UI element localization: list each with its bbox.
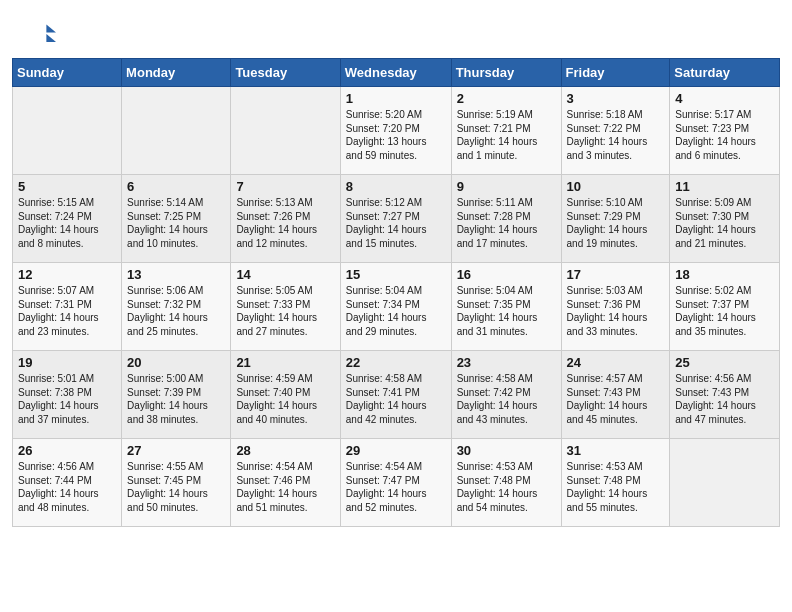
cell-details: Sunrise: 5:06 AMSunset: 7:32 PMDaylight:… xyxy=(127,285,208,337)
day-number: 27 xyxy=(127,443,225,458)
cell-details: Sunrise: 5:17 AMSunset: 7:23 PMDaylight:… xyxy=(675,109,756,161)
calendar-cell: 24 Sunrise: 4:57 AMSunset: 7:43 PMDaylig… xyxy=(561,351,670,439)
cell-details: Sunrise: 5:09 AMSunset: 7:30 PMDaylight:… xyxy=(675,197,756,249)
day-number: 16 xyxy=(457,267,556,282)
cell-details: Sunrise: 5:02 AMSunset: 7:37 PMDaylight:… xyxy=(675,285,756,337)
cell-details: Sunrise: 5:03 AMSunset: 7:36 PMDaylight:… xyxy=(567,285,648,337)
day-number: 20 xyxy=(127,355,225,370)
day-number: 5 xyxy=(18,179,116,194)
calendar-cell: 18 Sunrise: 5:02 AMSunset: 7:37 PMDaylig… xyxy=(670,263,780,351)
logo xyxy=(24,18,60,50)
cell-details: Sunrise: 5:12 AMSunset: 7:27 PMDaylight:… xyxy=(346,197,427,249)
weekday-header-tuesday: Tuesday xyxy=(231,59,340,87)
cell-details: Sunrise: 5:04 AMSunset: 7:34 PMDaylight:… xyxy=(346,285,427,337)
cell-details: Sunrise: 4:57 AMSunset: 7:43 PMDaylight:… xyxy=(567,373,648,425)
day-number: 17 xyxy=(567,267,665,282)
calendar-container: SundayMondayTuesdayWednesdayThursdayFrid… xyxy=(0,58,792,539)
cell-details: Sunrise: 5:00 AMSunset: 7:39 PMDaylight:… xyxy=(127,373,208,425)
day-number: 6 xyxy=(127,179,225,194)
weekday-row: SundayMondayTuesdayWednesdayThursdayFrid… xyxy=(13,59,780,87)
cell-details: Sunrise: 5:10 AMSunset: 7:29 PMDaylight:… xyxy=(567,197,648,249)
calendar-cell: 4 Sunrise: 5:17 AMSunset: 7:23 PMDayligh… xyxy=(670,87,780,175)
cell-details: Sunrise: 5:05 AMSunset: 7:33 PMDaylight:… xyxy=(236,285,317,337)
calendar-cell: 6 Sunrise: 5:14 AMSunset: 7:25 PMDayligh… xyxy=(122,175,231,263)
calendar-week-1: 1 Sunrise: 5:20 AMSunset: 7:20 PMDayligh… xyxy=(13,87,780,175)
day-number: 26 xyxy=(18,443,116,458)
page-header xyxy=(0,0,792,58)
calendar-cell xyxy=(231,87,340,175)
cell-details: Sunrise: 5:20 AMSunset: 7:20 PMDaylight:… xyxy=(346,109,427,161)
calendar-cell: 22 Sunrise: 4:58 AMSunset: 7:41 PMDaylig… xyxy=(340,351,451,439)
calendar-cell: 9 Sunrise: 5:11 AMSunset: 7:28 PMDayligh… xyxy=(451,175,561,263)
day-number: 13 xyxy=(127,267,225,282)
day-number: 12 xyxy=(18,267,116,282)
calendar-week-3: 12 Sunrise: 5:07 AMSunset: 7:31 PMDaylig… xyxy=(13,263,780,351)
cell-details: Sunrise: 4:54 AMSunset: 7:46 PMDaylight:… xyxy=(236,461,317,513)
weekday-header-monday: Monday xyxy=(122,59,231,87)
calendar-cell xyxy=(13,87,122,175)
cell-details: Sunrise: 5:11 AMSunset: 7:28 PMDaylight:… xyxy=(457,197,538,249)
calendar-cell: 1 Sunrise: 5:20 AMSunset: 7:20 PMDayligh… xyxy=(340,87,451,175)
cell-details: Sunrise: 4:58 AMSunset: 7:42 PMDaylight:… xyxy=(457,373,538,425)
calendar-cell: 3 Sunrise: 5:18 AMSunset: 7:22 PMDayligh… xyxy=(561,87,670,175)
calendar-cell: 7 Sunrise: 5:13 AMSunset: 7:26 PMDayligh… xyxy=(231,175,340,263)
calendar-cell: 21 Sunrise: 4:59 AMSunset: 7:40 PMDaylig… xyxy=(231,351,340,439)
cell-details: Sunrise: 4:56 AMSunset: 7:44 PMDaylight:… xyxy=(18,461,99,513)
calendar-cell: 5 Sunrise: 5:15 AMSunset: 7:24 PMDayligh… xyxy=(13,175,122,263)
day-number: 25 xyxy=(675,355,774,370)
calendar-cell: 26 Sunrise: 4:56 AMSunset: 7:44 PMDaylig… xyxy=(13,439,122,527)
logo-icon xyxy=(24,18,56,50)
svg-rect-0 xyxy=(24,18,56,50)
weekday-header-saturday: Saturday xyxy=(670,59,780,87)
day-number: 2 xyxy=(457,91,556,106)
calendar-cell: 19 Sunrise: 5:01 AMSunset: 7:38 PMDaylig… xyxy=(13,351,122,439)
calendar-cell: 17 Sunrise: 5:03 AMSunset: 7:36 PMDaylig… xyxy=(561,263,670,351)
cell-details: Sunrise: 5:13 AMSunset: 7:26 PMDaylight:… xyxy=(236,197,317,249)
weekday-header-friday: Friday xyxy=(561,59,670,87)
day-number: 3 xyxy=(567,91,665,106)
day-number: 8 xyxy=(346,179,446,194)
cell-details: Sunrise: 5:18 AMSunset: 7:22 PMDaylight:… xyxy=(567,109,648,161)
cell-details: Sunrise: 5:07 AMSunset: 7:31 PMDaylight:… xyxy=(18,285,99,337)
day-number: 4 xyxy=(675,91,774,106)
calendar-cell: 13 Sunrise: 5:06 AMSunset: 7:32 PMDaylig… xyxy=(122,263,231,351)
day-number: 7 xyxy=(236,179,334,194)
cell-details: Sunrise: 5:14 AMSunset: 7:25 PMDaylight:… xyxy=(127,197,208,249)
calendar-cell: 16 Sunrise: 5:04 AMSunset: 7:35 PMDaylig… xyxy=(451,263,561,351)
day-number: 30 xyxy=(457,443,556,458)
calendar-cell: 30 Sunrise: 4:53 AMSunset: 7:48 PMDaylig… xyxy=(451,439,561,527)
cell-details: Sunrise: 5:04 AMSunset: 7:35 PMDaylight:… xyxy=(457,285,538,337)
calendar-cell: 29 Sunrise: 4:54 AMSunset: 7:47 PMDaylig… xyxy=(340,439,451,527)
cell-details: Sunrise: 4:54 AMSunset: 7:47 PMDaylight:… xyxy=(346,461,427,513)
day-number: 28 xyxy=(236,443,334,458)
calendar-cell: 20 Sunrise: 5:00 AMSunset: 7:39 PMDaylig… xyxy=(122,351,231,439)
calendar-week-2: 5 Sunrise: 5:15 AMSunset: 7:24 PMDayligh… xyxy=(13,175,780,263)
day-number: 14 xyxy=(236,267,334,282)
cell-details: Sunrise: 4:53 AMSunset: 7:48 PMDaylight:… xyxy=(567,461,648,513)
cell-details: Sunrise: 5:01 AMSunset: 7:38 PMDaylight:… xyxy=(18,373,99,425)
calendar-cell: 15 Sunrise: 5:04 AMSunset: 7:34 PMDaylig… xyxy=(340,263,451,351)
calendar-week-4: 19 Sunrise: 5:01 AMSunset: 7:38 PMDaylig… xyxy=(13,351,780,439)
calendar-cell: 10 Sunrise: 5:10 AMSunset: 7:29 PMDaylig… xyxy=(561,175,670,263)
weekday-header-thursday: Thursday xyxy=(451,59,561,87)
calendar-cell: 25 Sunrise: 4:56 AMSunset: 7:43 PMDaylig… xyxy=(670,351,780,439)
calendar-body: 1 Sunrise: 5:20 AMSunset: 7:20 PMDayligh… xyxy=(13,87,780,527)
day-number: 1 xyxy=(346,91,446,106)
day-number: 22 xyxy=(346,355,446,370)
calendar-cell: 11 Sunrise: 5:09 AMSunset: 7:30 PMDaylig… xyxy=(670,175,780,263)
calendar-cell: 8 Sunrise: 5:12 AMSunset: 7:27 PMDayligh… xyxy=(340,175,451,263)
calendar-cell xyxy=(670,439,780,527)
calendar-cell: 14 Sunrise: 5:05 AMSunset: 7:33 PMDaylig… xyxy=(231,263,340,351)
day-number: 31 xyxy=(567,443,665,458)
day-number: 24 xyxy=(567,355,665,370)
day-number: 18 xyxy=(675,267,774,282)
day-number: 11 xyxy=(675,179,774,194)
cell-details: Sunrise: 4:59 AMSunset: 7:40 PMDaylight:… xyxy=(236,373,317,425)
calendar-cell: 12 Sunrise: 5:07 AMSunset: 7:31 PMDaylig… xyxy=(13,263,122,351)
weekday-header-sunday: Sunday xyxy=(13,59,122,87)
day-number: 9 xyxy=(457,179,556,194)
day-number: 23 xyxy=(457,355,556,370)
cell-details: Sunrise: 5:15 AMSunset: 7:24 PMDaylight:… xyxy=(18,197,99,249)
calendar-cell: 28 Sunrise: 4:54 AMSunset: 7:46 PMDaylig… xyxy=(231,439,340,527)
cell-details: Sunrise: 4:55 AMSunset: 7:45 PMDaylight:… xyxy=(127,461,208,513)
